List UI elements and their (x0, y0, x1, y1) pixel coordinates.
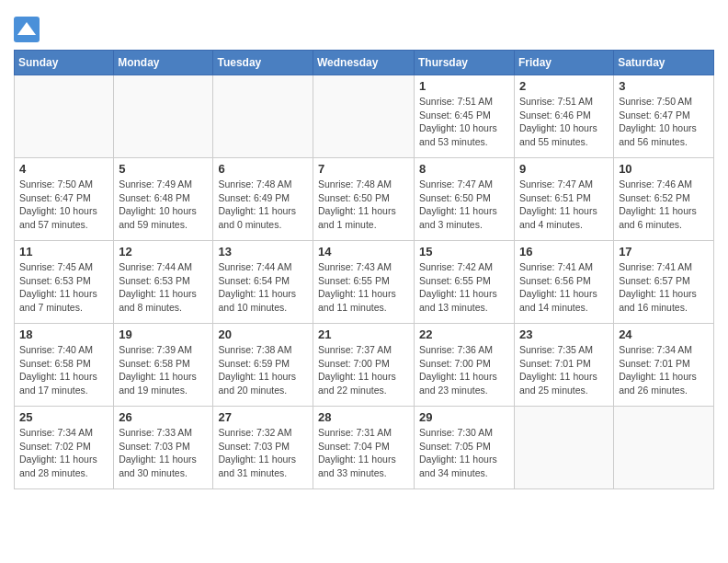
day-number: 13 (218, 245, 308, 259)
day-number: 11 (19, 245, 108, 259)
day-info: Sunrise: 7:38 AM Sunset: 6:59 PM Dayligh… (218, 343, 308, 397)
day-number: 5 (119, 162, 208, 176)
weekday-header-saturday: Saturday (614, 51, 714, 75)
day-info: Sunrise: 7:45 AM Sunset: 6:53 PM Dayligh… (19, 260, 108, 315)
day-number: 15 (419, 245, 509, 259)
calendar-day-cell: 2Sunrise: 7:51 AM Sunset: 6:46 PM Daylig… (515, 75, 614, 158)
day-number: 17 (619, 245, 709, 259)
day-info: Sunrise: 7:50 AM Sunset: 6:47 PM Dayligh… (19, 178, 108, 232)
day-info: Sunrise: 7:39 AM Sunset: 6:58 PM Dayligh… (119, 343, 208, 397)
calendar-day-cell: 23Sunrise: 7:35 AM Sunset: 7:01 PM Dayli… (515, 324, 614, 407)
calendar-day-cell (15, 75, 114, 158)
day-number: 26 (119, 410, 208, 424)
calendar-day-cell: 10Sunrise: 7:46 AM Sunset: 6:52 PM Dayli… (614, 158, 714, 241)
day-info: Sunrise: 7:41 AM Sunset: 6:57 PM Dayligh… (619, 260, 709, 315)
day-info: Sunrise: 7:48 AM Sunset: 6:50 PM Dayligh… (318, 178, 409, 232)
calendar-day-cell: 27Sunrise: 7:32 AM Sunset: 7:03 PM Dayli… (213, 407, 313, 489)
day-number: 12 (119, 245, 208, 259)
calendar-day-cell: 20Sunrise: 7:38 AM Sunset: 6:59 PM Dayli… (213, 324, 313, 407)
weekday-header-thursday: Thursday (415, 51, 515, 75)
day-number: 4 (19, 162, 108, 176)
day-number: 3 (619, 79, 709, 93)
calendar-day-cell: 18Sunrise: 7:40 AM Sunset: 6:58 PM Dayli… (15, 324, 114, 407)
day-info: Sunrise: 7:51 AM Sunset: 6:45 PM Dayligh… (419, 95, 509, 149)
day-info: Sunrise: 7:41 AM Sunset: 6:56 PM Dayligh… (519, 260, 609, 315)
day-info: Sunrise: 7:33 AM Sunset: 7:03 PM Dayligh… (119, 426, 208, 480)
calendar-day-cell: 11Sunrise: 7:45 AM Sunset: 6:53 PM Dayli… (15, 241, 114, 324)
calendar-day-cell: 14Sunrise: 7:43 AM Sunset: 6:55 PM Dayli… (313, 241, 415, 324)
calendar-day-cell: 4Sunrise: 7:50 AM Sunset: 6:47 PM Daylig… (15, 158, 114, 241)
calendar-week-row: 1Sunrise: 7:51 AM Sunset: 6:45 PM Daylig… (15, 75, 714, 158)
day-info: Sunrise: 7:35 AM Sunset: 7:01 PM Dayligh… (519, 343, 609, 397)
calendar-day-cell: 25Sunrise: 7:34 AM Sunset: 7:02 PM Dayli… (15, 407, 114, 489)
calendar: SundayMondayTuesdayWednesdayThursdayFrid… (14, 50, 714, 489)
weekday-header-monday: Monday (114, 51, 213, 75)
day-info: Sunrise: 7:47 AM Sunset: 6:51 PM Dayligh… (519, 178, 609, 232)
weekday-header-friday: Friday (515, 51, 614, 75)
calendar-day-cell (313, 75, 415, 158)
day-number: 24 (619, 327, 709, 341)
day-number: 8 (419, 162, 509, 176)
day-info: Sunrise: 7:37 AM Sunset: 7:00 PM Dayligh… (318, 343, 409, 397)
calendar-week-row: 18Sunrise: 7:40 AM Sunset: 6:58 PM Dayli… (15, 324, 714, 407)
calendar-day-cell: 29Sunrise: 7:30 AM Sunset: 7:05 PM Dayli… (415, 407, 515, 489)
day-info: Sunrise: 7:51 AM Sunset: 6:46 PM Dayligh… (519, 95, 609, 149)
day-number: 10 (619, 162, 709, 176)
weekday-header-row: SundayMondayTuesdayWednesdayThursdayFrid… (15, 51, 714, 75)
day-number: 20 (218, 327, 308, 341)
calendar-week-row: 4Sunrise: 7:50 AM Sunset: 6:47 PM Daylig… (15, 158, 714, 241)
day-info: Sunrise: 7:44 AM Sunset: 6:53 PM Dayligh… (119, 260, 208, 315)
day-number: 18 (19, 327, 108, 341)
calendar-day-cell: 6Sunrise: 7:48 AM Sunset: 6:49 PM Daylig… (213, 158, 313, 241)
day-number: 14 (318, 245, 409, 259)
calendar-day-cell: 24Sunrise: 7:34 AM Sunset: 7:01 PM Dayli… (614, 324, 714, 407)
calendar-week-row: 25Sunrise: 7:34 AM Sunset: 7:02 PM Dayli… (15, 407, 714, 489)
day-number: 9 (519, 162, 609, 176)
day-number: 22 (419, 327, 509, 341)
calendar-day-cell: 1Sunrise: 7:51 AM Sunset: 6:45 PM Daylig… (415, 75, 515, 158)
day-info: Sunrise: 7:42 AM Sunset: 6:55 PM Dayligh… (419, 260, 509, 315)
calendar-day-cell: 28Sunrise: 7:31 AM Sunset: 7:04 PM Dayli… (313, 407, 415, 489)
day-info: Sunrise: 7:47 AM Sunset: 6:50 PM Dayligh… (419, 178, 509, 232)
day-number: 21 (318, 327, 409, 341)
day-info: Sunrise: 7:46 AM Sunset: 6:52 PM Dayligh… (619, 178, 709, 232)
calendar-day-cell: 9Sunrise: 7:47 AM Sunset: 6:51 PM Daylig… (515, 158, 614, 241)
calendar-day-cell: 19Sunrise: 7:39 AM Sunset: 6:58 PM Dayli… (114, 324, 213, 407)
weekday-header-tuesday: Tuesday (213, 51, 313, 75)
calendar-day-cell: 8Sunrise: 7:47 AM Sunset: 6:50 PM Daylig… (415, 158, 515, 241)
day-number: 7 (318, 162, 409, 176)
day-number: 2 (519, 79, 609, 93)
day-info: Sunrise: 7:32 AM Sunset: 7:03 PM Dayligh… (218, 426, 308, 480)
day-info: Sunrise: 7:43 AM Sunset: 6:55 PM Dayligh… (318, 260, 409, 315)
day-info: Sunrise: 7:36 AM Sunset: 7:00 PM Dayligh… (419, 343, 509, 397)
weekday-header-wednesday: Wednesday (313, 51, 415, 75)
calendar-day-cell: 12Sunrise: 7:44 AM Sunset: 6:53 PM Dayli… (114, 241, 213, 324)
calendar-day-cell (515, 407, 614, 489)
day-info: Sunrise: 7:48 AM Sunset: 6:49 PM Dayligh… (218, 178, 308, 232)
calendar-day-cell: 16Sunrise: 7:41 AM Sunset: 6:56 PM Dayli… (515, 241, 614, 324)
day-info: Sunrise: 7:40 AM Sunset: 6:58 PM Dayligh… (19, 343, 108, 397)
day-number: 28 (318, 410, 409, 424)
day-info: Sunrise: 7:31 AM Sunset: 7:04 PM Dayligh… (318, 426, 409, 480)
day-info: Sunrise: 7:34 AM Sunset: 7:01 PM Dayligh… (619, 343, 709, 397)
day-info: Sunrise: 7:50 AM Sunset: 6:47 PM Dayligh… (619, 95, 709, 149)
day-number: 29 (419, 410, 509, 424)
calendar-day-cell: 22Sunrise: 7:36 AM Sunset: 7:00 PM Dayli… (415, 324, 515, 407)
calendar-day-cell: 26Sunrise: 7:33 AM Sunset: 7:03 PM Dayli… (114, 407, 213, 489)
day-info: Sunrise: 7:34 AM Sunset: 7:02 PM Dayligh… (19, 426, 108, 480)
calendar-day-cell: 17Sunrise: 7:41 AM Sunset: 6:57 PM Dayli… (614, 241, 714, 324)
day-info: Sunrise: 7:30 AM Sunset: 7:05 PM Dayligh… (419, 426, 509, 480)
calendar-day-cell: 5Sunrise: 7:49 AM Sunset: 6:48 PM Daylig… (114, 158, 213, 241)
weekday-header-sunday: Sunday (15, 51, 114, 75)
calendar-day-cell (614, 407, 714, 489)
header (14, 9, 714, 42)
day-number: 25 (19, 410, 108, 424)
day-info: Sunrise: 7:44 AM Sunset: 6:54 PM Dayligh… (218, 260, 308, 315)
day-number: 19 (119, 327, 208, 341)
calendar-day-cell: 3Sunrise: 7:50 AM Sunset: 6:47 PM Daylig… (614, 75, 714, 158)
calendar-week-row: 11Sunrise: 7:45 AM Sunset: 6:53 PM Dayli… (15, 241, 714, 324)
calendar-day-cell (213, 75, 313, 158)
day-info: Sunrise: 7:49 AM Sunset: 6:48 PM Dayligh… (119, 178, 208, 232)
day-number: 27 (218, 410, 308, 424)
calendar-day-cell: 7Sunrise: 7:48 AM Sunset: 6:50 PM Daylig… (313, 158, 415, 241)
